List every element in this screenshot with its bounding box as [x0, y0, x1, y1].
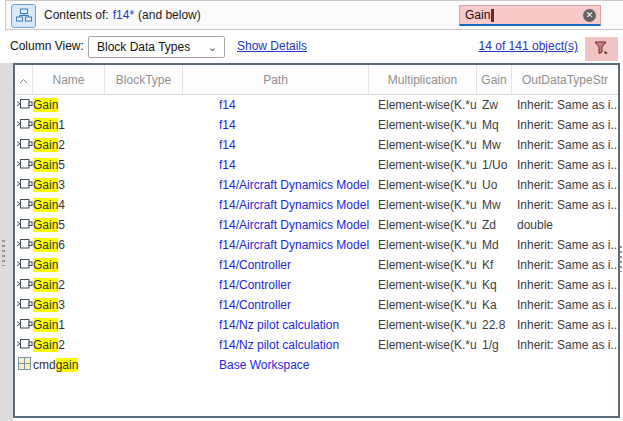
row-gain-value: Uo	[477, 178, 512, 192]
name-highlight: Gain	[33, 138, 58, 152]
filter-options-button[interactable]	[585, 37, 618, 61]
name-highlight: Gain	[33, 338, 58, 352]
row-outdatatypestr: Inherit: Same as i...	[512, 178, 618, 192]
row-outdatatypestr: Inherit: Same as i...	[512, 98, 618, 112]
table-row[interactable]: Gain4 f14/Aircraft Dynamics Model Elemen…	[15, 195, 618, 215]
column-header-name[interactable]: Name	[33, 65, 105, 94]
row-gain-value: Mw	[477, 198, 512, 212]
object-count-link[interactable]: 14 of 141 object(s)	[479, 39, 578, 53]
column-header-gain[interactable]: Gain	[477, 65, 512, 94]
row-gain-value: 22.8	[477, 318, 512, 332]
row-path-link[interactable]: Base Workspace	[183, 358, 369, 372]
show-details-link[interactable]: Show Details	[237, 39, 307, 53]
table-row[interactable]: Gain f14/Controller Element-wise(K.*u) K…	[15, 255, 618, 275]
column-view-select[interactable]: Block Data Types ⌄	[88, 36, 225, 58]
name-suffix: 6	[58, 238, 65, 252]
sort-column-header[interactable]	[15, 65, 33, 94]
workspace-variable-icon	[18, 357, 31, 373]
table-row[interactable]: Gain f14 Element-wise(K.*u) Zw Inherit: …	[15, 95, 618, 115]
simulink-block-icon	[16, 138, 33, 153]
column-view-toolbar: Column View: Block Data Types ⌄ Show Det…	[5, 30, 623, 63]
simulink-block-icon	[16, 98, 33, 113]
row-path-link[interactable]: f14/Controller	[183, 298, 369, 312]
row-path-link[interactable]: f14	[183, 98, 369, 112]
simulink-block-icon	[16, 278, 33, 293]
table-row[interactable]: Gain5 f14 Element-wise(K.*u) 1/Uo Inheri…	[15, 155, 618, 175]
chevron-down-icon: ⌄	[208, 41, 217, 54]
row-name: Gain4	[33, 198, 105, 212]
row-gain-value: Md	[477, 238, 512, 252]
row-path-link[interactable]: f14/Aircraft Dynamics Model	[183, 198, 369, 212]
row-path-link[interactable]: f14/Controller	[183, 278, 369, 292]
column-header-path[interactable]: Path	[183, 65, 369, 94]
table-row[interactable]: Gain3 f14/Controller Element-wise(K.*u) …	[15, 295, 618, 315]
row-multiplication: Element-wise(K.*u)	[369, 278, 477, 292]
row-gain-value: Kq	[477, 278, 512, 292]
name-highlight: Gain	[33, 238, 58, 252]
name-suffix: 2	[58, 278, 65, 292]
name-highlight: Gain	[33, 98, 58, 112]
row-outdatatypestr: Inherit: Same as i...	[512, 198, 618, 212]
row-path-link[interactable]: f14	[183, 118, 369, 132]
search-input[interactable]: Gain ✕	[459, 5, 601, 26]
column-header-blocktype[interactable]: BlockType	[105, 65, 183, 94]
model-hierarchy-button[interactable]	[11, 4, 36, 28]
name-prefix: cmd	[33, 358, 56, 372]
row-path-link[interactable]: f14/Nz pilot calculation	[183, 318, 369, 332]
simulink-block-icon	[16, 238, 33, 253]
row-path-link[interactable]: f14/Aircraft Dynamics Model	[183, 178, 369, 192]
row-path-link[interactable]: f14/Controller	[183, 258, 369, 272]
row-name: Gain3	[33, 178, 105, 192]
table-row[interactable]: Gain2 f14 Element-wise(K.*u) Mw Inherit:…	[15, 135, 618, 155]
row-path-link[interactable]: f14/Aircraft Dynamics Model	[183, 218, 369, 232]
table-row[interactable]: Gain3 f14/Aircraft Dynamics Model Elemen…	[15, 175, 618, 195]
hierarchy-icon	[16, 8, 32, 25]
row-gain-value: 1/Uo	[477, 158, 512, 172]
row-path-link[interactable]: f14/Nz pilot calculation	[183, 338, 369, 352]
sort-ascending-icon	[19, 73, 28, 87]
name-highlight: Gain	[33, 178, 58, 192]
table-row[interactable]: Gain1 f14/Nz pilot calculation Element-w…	[15, 315, 618, 335]
table-row[interactable]: Gain2 f14/Controller Element-wise(K.*u) …	[15, 275, 618, 295]
row-name: Gain1	[33, 118, 105, 132]
name-suffix: 3	[58, 178, 65, 192]
row-multiplication: Element-wise(K.*u)	[369, 118, 477, 132]
row-path-link[interactable]: f14	[183, 158, 369, 172]
table-row[interactable]: cmdgain Base Workspace	[15, 355, 618, 375]
name-highlight: Gain	[33, 278, 58, 292]
row-gain-value: Ka	[477, 298, 512, 312]
table-row[interactable]: Gain1 f14 Element-wise(K.*u) Mq Inherit:…	[15, 115, 618, 135]
name-highlight: Gain	[33, 158, 58, 172]
name-highlight: Gain	[33, 298, 58, 312]
pane-title: Contents of: f14* (and below)	[44, 1, 201, 29]
table-row[interactable]: Gain6 f14/Aircraft Dynamics Model Elemen…	[15, 235, 618, 255]
row-path-link[interactable]: f14/Aircraft Dynamics Model	[183, 238, 369, 252]
row-name: Gain3	[33, 298, 105, 312]
name-suffix: 1	[58, 318, 65, 332]
row-name: Gain1	[33, 318, 105, 332]
table-header-row: Name BlockType Path Multiplication Gain …	[15, 65, 618, 95]
splitter-grip-icon[interactable]	[2, 240, 5, 266]
column-header-outdatatypestr[interactable]: OutDataTypeStr	[512, 65, 618, 94]
table-row[interactable]: Gain2 f14/Nz pilot calculation Element-w…	[15, 335, 618, 355]
simulink-block-icon	[16, 338, 33, 353]
row-outdatatypestr: Inherit: Same as i...	[512, 118, 618, 132]
simulink-block-icon	[16, 318, 33, 333]
name-highlight: Gain	[33, 318, 58, 332]
row-name: Gain2	[33, 138, 105, 152]
row-multiplication: Element-wise(K.*u)	[369, 338, 477, 352]
row-multiplication: Element-wise(K.*u)	[369, 98, 477, 112]
row-outdatatypestr: Inherit: Same as i...	[512, 338, 618, 352]
table-body: Gain f14 Element-wise(K.*u) Zw Inherit: …	[15, 95, 618, 375]
row-outdatatypestr: Inherit: Same as i...	[512, 318, 618, 332]
and-below-label: (and below)	[138, 8, 201, 22]
name-suffix: 5	[58, 158, 65, 172]
simulink-block-icon	[16, 298, 33, 313]
row-path-link[interactable]: f14	[183, 138, 369, 152]
table-row[interactable]: Gain5 f14/Aircraft Dynamics Model Elemen…	[15, 215, 618, 235]
row-multiplication: Element-wise(K.*u)	[369, 178, 477, 192]
column-header-multiplication[interactable]: Multiplication	[369, 65, 477, 94]
close-circle-icon[interactable]: ✕	[583, 9, 596, 22]
row-name: Gain6	[33, 238, 105, 252]
column-view-label: Column View:	[10, 39, 84, 53]
